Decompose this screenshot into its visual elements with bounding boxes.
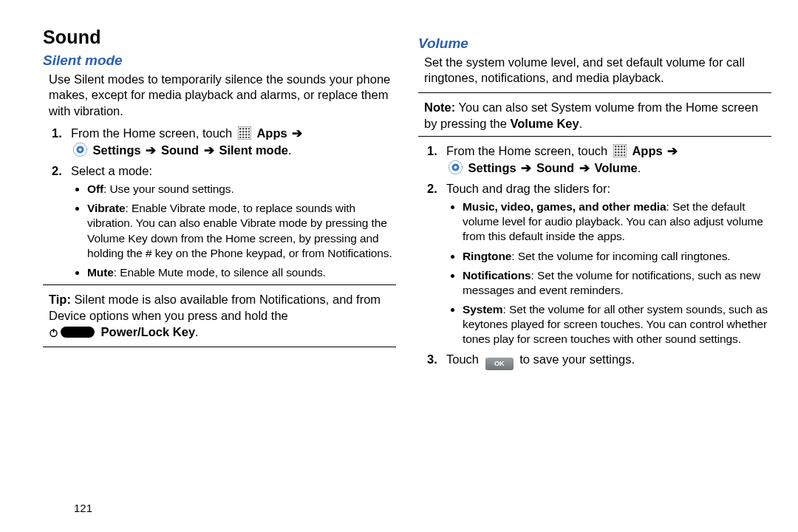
mode-mute: Mute: Enable Mute mode, to silence all s…	[87, 265, 396, 280]
svg-rect-4	[248, 128, 250, 130]
divider	[43, 284, 396, 285]
svg-rect-29	[621, 149, 623, 151]
svg-rect-30	[624, 149, 625, 151]
volume-steps: From the Home screen, touch Apps ➔ Setti…	[424, 143, 771, 370]
svg-rect-37	[621, 154, 623, 156]
step-2: Touch and drag the sliders for: Music, v…	[424, 180, 771, 347]
arrow-icon: ➔	[292, 126, 302, 140]
svg-rect-32	[618, 151, 620, 154]
svg-rect-36	[618, 154, 620, 156]
arrow-icon: ➔	[521, 161, 531, 174]
arrow-icon: ➔	[146, 143, 156, 157]
svg-rect-31	[615, 151, 617, 154]
slider-ringtone: Ringtone: Set the volume for incoming ca…	[463, 249, 771, 264]
svg-rect-1	[239, 128, 242, 130]
svg-rect-35	[615, 154, 617, 156]
tip-block: Tip: Silent mode is also available from …	[49, 291, 396, 342]
mode-list: Off: Use your sound settings. Vibrate: E…	[87, 182, 396, 280]
svg-rect-11	[245, 134, 248, 136]
silent-mode-intro: Use Silent modes to temporarily silence …	[49, 72, 396, 119]
mode-vibrate: Vibrate: Enable Vibrate mode, to replace…	[87, 201, 396, 261]
left-column: Sound Silent mode Use Silent modes to te…	[43, 27, 396, 375]
arrow-icon: ➔	[579, 161, 590, 174]
svg-rect-23	[615, 146, 617, 148]
page-number: 121	[74, 502, 92, 514]
divider	[418, 136, 771, 137]
ok-button-icon: OK	[485, 358, 514, 370]
manual-page: Sound Silent mode Use Silent modes to te…	[0, 0, 798, 375]
step-3: Touch OK to save your settings.	[424, 351, 771, 370]
arrow-icon: ➔	[667, 144, 678, 157]
lock-key-icon	[61, 327, 95, 338]
svg-rect-28	[618, 149, 620, 151]
svg-rect-7	[245, 131, 248, 133]
step-1: From the Home screen, touch Apps ➔ Setti…	[49, 125, 396, 158]
svg-rect-34	[624, 151, 625, 154]
svg-rect-33	[621, 151, 623, 154]
svg-rect-24	[618, 146, 620, 148]
volume-intro: Set the system volume level, and set def…	[424, 55, 771, 86]
svg-rect-12	[248, 134, 250, 136]
svg-rect-25	[621, 146, 623, 148]
svg-rect-5	[239, 131, 242, 133]
subsection-heading-silent-mode: Silent mode	[43, 52, 396, 69]
arrow-icon: ➔	[204, 143, 214, 157]
mode-off: Off: Use your sound settings.	[87, 182, 396, 197]
apps-grid-icon	[613, 144, 627, 157]
svg-rect-10	[242, 134, 245, 136]
svg-rect-13	[239, 137, 242, 138]
svg-rect-16	[248, 137, 250, 138]
svg-rect-27	[615, 149, 617, 151]
section-heading: Sound	[43, 27, 396, 48]
slider-media: Music, video, games, and other media: Se…	[463, 200, 771, 244]
settings-gear-icon	[73, 143, 87, 157]
svg-point-19	[79, 148, 82, 151]
divider	[43, 347, 396, 347]
note-block: Note: You can also set System volume fro…	[424, 99, 771, 132]
svg-rect-38	[624, 154, 625, 156]
step-2: Select a mode: Off: Use your sound setti…	[49, 163, 396, 280]
silent-mode-steps: From the Home screen, touch Apps ➔ Setti…	[49, 125, 396, 280]
svg-rect-15	[245, 137, 248, 138]
svg-point-41	[454, 166, 457, 168]
step-1: From the Home screen, touch Apps ➔ Setti…	[424, 143, 771, 176]
svg-rect-26	[624, 146, 625, 148]
svg-rect-2	[242, 128, 245, 130]
power-icon	[49, 325, 58, 341]
apps-grid-icon	[238, 126, 251, 140]
slider-notifications: Notifications: Set the volume for notifi…	[463, 268, 771, 298]
settings-gear-icon	[449, 160, 463, 174]
svg-rect-9	[239, 134, 242, 136]
svg-rect-3	[245, 128, 248, 130]
svg-rect-14	[242, 137, 245, 138]
slider-list: Music, video, games, and other media: Se…	[463, 200, 771, 347]
subsection-heading-volume: Volume	[418, 35, 771, 52]
svg-rect-8	[248, 131, 250, 133]
right-column: Volume Set the system volume level, and …	[418, 27, 771, 375]
slider-system: System: Set the volume for all other sys…	[463, 302, 771, 347]
divider	[418, 92, 771, 93]
svg-rect-6	[242, 131, 245, 133]
